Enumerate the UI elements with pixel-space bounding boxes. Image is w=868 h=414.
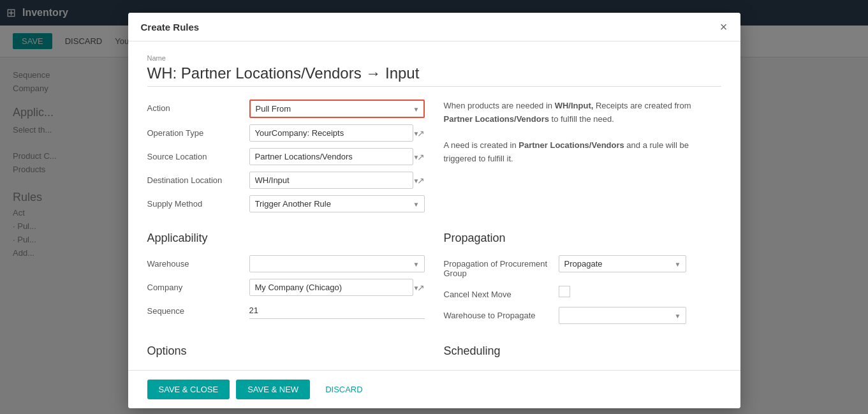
applicability-title: Applicability bbox=[147, 232, 425, 245]
action-select-wrapper: Pull From ▼ bbox=[249, 100, 425, 118]
warehouse-to-propagate-row: Warehouse to Propagate ▼ bbox=[444, 307, 721, 324]
propagation-section: Propagation Propagation of Procurement G… bbox=[444, 232, 721, 332]
supply-method-select[interactable]: Trigger Another Rule bbox=[249, 195, 425, 212]
sequence-input[interactable] bbox=[249, 302, 425, 319]
propagation-group-select-wrapper: Propagate ▼ bbox=[559, 255, 686, 272]
modal-overlay: Create Rules × Name WH: Partner Location… bbox=[0, 0, 868, 414]
supply-method-select-wrapper: Trigger Another Rule ▼ bbox=[249, 195, 425, 212]
save-new-button[interactable]: SAVE & NEW bbox=[236, 380, 310, 399]
options-scheduling-sections: Options Scheduling bbox=[147, 344, 721, 368]
supply-method-field: Trigger Another Rule ▼ bbox=[249, 195, 425, 212]
destination-location-select-wrapper: WH/Input ▼ ↗ bbox=[249, 172, 425, 189]
action-row: Action Pull From ▼ bbox=[147, 100, 425, 118]
warehouse-select[interactable] bbox=[249, 255, 425, 272]
company-field: My Company (Chicago) ▼ ↗ bbox=[249, 279, 425, 296]
propagation-title: Propagation bbox=[444, 232, 721, 245]
modal-title: Create Rules bbox=[141, 22, 200, 33]
modal-footer: SAVE & CLOSE SAVE & NEW DISCARD bbox=[128, 370, 740, 408]
cancel-next-move-checkbox[interactable] bbox=[559, 286, 570, 297]
sequence-field bbox=[249, 302, 425, 319]
form-fields: Action Pull From ▼ Operation T bbox=[147, 100, 425, 219]
propagation-group-field: Propagate ▼ bbox=[559, 255, 721, 272]
name-value: WH: Partner Locations/Vendors → Input bbox=[147, 64, 721, 82]
save-close-button[interactable]: SAVE & CLOSE bbox=[147, 380, 230, 399]
info-paragraph-2: A need is created in Partner Locations/V… bbox=[444, 139, 721, 166]
operation-type-label: Operation Type bbox=[147, 124, 249, 138]
source-location-external-link-icon[interactable]: ↗ bbox=[417, 152, 425, 162]
destination-location-row: Destination Location WH/Input ▼ ↗ bbox=[147, 172, 425, 189]
destination-location-label: Destination Location bbox=[147, 172, 249, 185]
supply-method-row: Supply Method Trigger Another Rule ▼ bbox=[147, 195, 425, 212]
company-row: Company My Company (Chicago) ▼ ↗ bbox=[147, 279, 425, 296]
cancel-next-move-label: Cancel Next Move bbox=[444, 286, 559, 299]
warehouse-label: Warehouse bbox=[147, 255, 249, 269]
warehouse-to-propagate-select[interactable] bbox=[559, 307, 686, 324]
company-label: Company bbox=[147, 279, 249, 292]
cancel-next-move-row: Cancel Next Move bbox=[444, 286, 721, 299]
source-location-label: Source Location bbox=[147, 148, 249, 161]
create-rules-modal: Create Rules × Name WH: Partner Location… bbox=[128, 13, 740, 408]
source-location-select[interactable]: Partner Locations/Vendors bbox=[249, 148, 413, 165]
propagation-group-select[interactable]: Propagate bbox=[559, 255, 686, 272]
warehouse-to-propagate-label: Warehouse to Propagate bbox=[444, 307, 559, 320]
name-label: Name bbox=[147, 54, 721, 62]
warehouse-to-propagate-select-wrapper: ▼ bbox=[559, 307, 686, 324]
operation-type-field: YourCompany: Receipts ▼ ↗ bbox=[249, 124, 425, 142]
info-text: When products are needed in WH/Input, Re… bbox=[444, 100, 721, 166]
source-location-field: Partner Locations/Vendors ▼ ↗ bbox=[249, 148, 425, 165]
scheduling-section: Scheduling bbox=[444, 344, 721, 368]
cancel-next-move-field bbox=[559, 286, 721, 297]
bottom-sections: Applicability Warehouse ▼ bbox=[147, 232, 721, 332]
operation-type-select-wrapper: YourCompany: Receipts ▼ ↗ bbox=[249, 124, 425, 142]
name-divider bbox=[147, 86, 721, 87]
propagation-group-row: Propagation of Procurement Group Propaga… bbox=[444, 255, 721, 278]
supply-method-label: Supply Method bbox=[147, 195, 249, 209]
modal-close-button[interactable]: × bbox=[720, 20, 728, 33]
modal-discard-button[interactable]: DISCARD bbox=[316, 380, 372, 399]
operation-type-external-link-icon[interactable]: ↗ bbox=[417, 128, 425, 138]
destination-location-select[interactable]: WH/Input bbox=[249, 172, 413, 189]
warehouse-row: Warehouse ▼ bbox=[147, 255, 425, 272]
modal-body: Name WH: Partner Locations/Vendors → Inp… bbox=[128, 41, 740, 370]
operation-type-row: Operation Type YourCompany: Receipts ▼ ↗ bbox=[147, 124, 425, 142]
propagation-group-label: Propagation of Procurement Group bbox=[444, 255, 559, 278]
modal-header: Create Rules × bbox=[128, 13, 740, 41]
info-paragraph-1: When products are needed in WH/Input, Re… bbox=[444, 100, 721, 126]
warehouse-to-propagate-field: ▼ bbox=[559, 307, 721, 324]
options-section: Options bbox=[147, 344, 425, 368]
company-select-wrapper: My Company (Chicago) ▼ ↗ bbox=[249, 279, 425, 296]
sequence-label: Sequence bbox=[147, 302, 249, 316]
action-select[interactable]: Pull From bbox=[249, 100, 425, 118]
name-section: Name WH: Partner Locations/Vendors → Inp… bbox=[147, 54, 721, 87]
form-main: Action Pull From ▼ Operation T bbox=[147, 100, 721, 219]
applicability-section: Applicability Warehouse ▼ bbox=[147, 232, 425, 332]
operation-type-select[interactable]: YourCompany: Receipts bbox=[249, 124, 413, 142]
form-info: When products are needed in WH/Input, Re… bbox=[444, 100, 721, 219]
destination-location-external-link-icon[interactable]: ↗ bbox=[417, 175, 425, 186]
action-field: Pull From ▼ bbox=[249, 100, 425, 118]
company-external-link-icon[interactable]: ↗ bbox=[417, 283, 425, 293]
company-select[interactable]: My Company (Chicago) bbox=[249, 279, 413, 296]
source-location-row: Source Location Partner Locations/Vendor… bbox=[147, 148, 425, 165]
warehouse-field: ▼ bbox=[249, 255, 425, 272]
warehouse-select-wrapper: ▼ bbox=[249, 255, 425, 272]
source-location-select-wrapper: Partner Locations/Vendors ▼ ↗ bbox=[249, 148, 425, 165]
destination-location-field: WH/Input ▼ ↗ bbox=[249, 172, 425, 189]
action-label: Action bbox=[147, 100, 249, 113]
options-title: Options bbox=[147, 344, 425, 358]
sequence-row: Sequence bbox=[147, 302, 425, 319]
scheduling-title: Scheduling bbox=[444, 344, 721, 358]
